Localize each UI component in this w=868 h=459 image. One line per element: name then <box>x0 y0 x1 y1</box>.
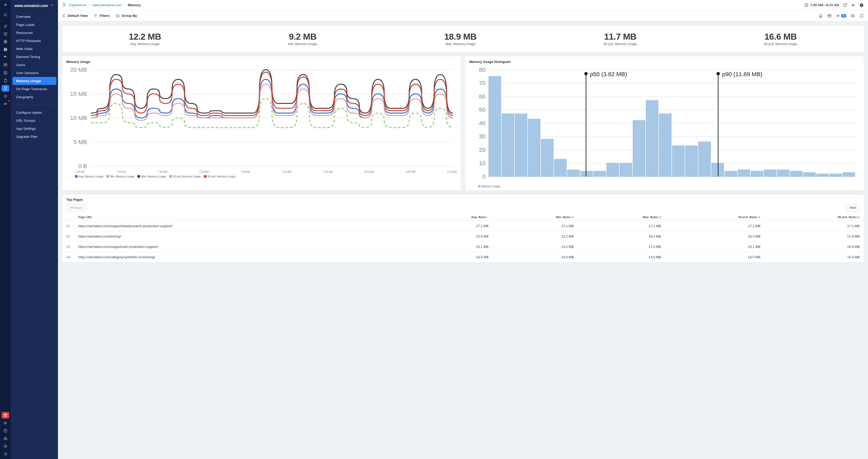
sidebar-item-element-timing[interactable]: Element Timing <box>12 53 56 61</box>
crumb-domain[interactable]: www.sematext.com <box>92 3 121 7</box>
kpi: 16.6 MB90 pctl. Memory Usage <box>764 32 797 46</box>
synthetics-icon[interactable] <box>2 101 9 107</box>
svg-rect-9 <box>4 35 5 35</box>
line-legend: Avg. Memory UsageMin. Memory UsageMax. M… <box>66 173 457 178</box>
archive-icon[interactable] <box>2 62 9 68</box>
line-x-ticks: 7:28 AM7:33 AM7:38 AM7:43 AM7:48 AM7:53 … <box>66 170 457 173</box>
filters-button[interactable]: Filters <box>94 14 110 18</box>
table-row[interactable]: #2https://sematext.com/pricing/15.9 MB13… <box>62 231 864 241</box>
domain-selector[interactable]: www.sematext.com <box>11 1 58 11</box>
svg-text:p50 (3.82 MB): p50 (3.82 MB) <box>590 71 627 78</box>
flag-icon[interactable] <box>2 54 9 61</box>
svg-text:60: 60 <box>479 93 486 100</box>
alert-icon[interactable] <box>2 46 9 53</box>
kpi: 9.2 MBMin. Memory Usage <box>288 32 317 46</box>
sidebar-item-app-settings[interactable]: App Settings <box>12 124 56 133</box>
column-header[interactable]: Page URL <box>74 213 409 221</box>
histogram-card: Memory Usage Histogram 80706050403020100… <box>465 56 864 191</box>
sidebar-item-users[interactable]: Users <box>12 61 56 69</box>
crumb-root[interactable]: Experience <box>69 3 86 7</box>
sidebar-item-geography[interactable]: Geography <box>12 93 56 101</box>
apps-icon[interactable] <box>2 31 9 37</box>
domain-label: www.sematext.com <box>14 4 48 8</box>
sidebar-item-resources[interactable]: Resources <box>12 29 56 37</box>
svg-rect-3 <box>4 32 5 33</box>
net-icon[interactable] <box>2 451 9 457</box>
column-header[interactable]: Max. Bytes⇅ <box>578 213 665 221</box>
help-icon[interactable] <box>2 427 9 434</box>
sidebar-item-web-vitals[interactable]: Web Vitals <box>12 45 56 53</box>
table-row[interactable]: #1https://sematext.com/support/elasticse… <box>62 221 864 231</box>
sidebar-item-user-sessions[interactable]: User Sessions <box>12 69 56 77</box>
column-header[interactable]: Min. Bytes⇅ <box>493 213 578 221</box>
svg-rect-77 <box>646 101 658 177</box>
document-icon[interactable] <box>2 77 9 84</box>
column-header[interactable] <box>62 213 74 221</box>
svg-rect-79 <box>672 146 684 177</box>
column-header[interactable]: 50 pctl. Bytes⇅ <box>665 213 765 221</box>
default-view-button[interactable]: Default View <box>62 14 88 18</box>
logo-icon <box>2 2 9 9</box>
chart-title: Memory Usage Histogram <box>469 60 860 64</box>
svg-point-26 <box>6 437 7 438</box>
gear-icon[interactable] <box>2 443 9 450</box>
svg-rect-14 <box>5 49 5 50</box>
top-pages-title: Top Pages <box>62 195 864 202</box>
globe-icon[interactable] <box>2 38 9 45</box>
sidebar-item-memory-usage[interactable]: Memory Usage <box>12 77 56 85</box>
experience-icon[interactable] <box>2 85 9 92</box>
time-range[interactable]: 7:28 AM—8:15 AM <box>804 3 839 7</box>
svg-point-18 <box>5 88 6 89</box>
column-header[interactable]: Avg. Bytes↓ <box>409 213 493 221</box>
svg-text:5 MB: 5 MB <box>73 139 87 145</box>
svg-rect-6 <box>4 34 5 34</box>
svg-rect-72 <box>581 171 593 177</box>
disconnect-status[interactable]: 0 <box>836 14 846 18</box>
sidebar-item-http-requests[interactable]: HTTP Requests <box>12 37 56 45</box>
bell-icon[interactable] <box>818 13 823 18</box>
kpi-label: 50 pctl. Memory Usage <box>603 42 637 46</box>
group-by-button[interactable]: Group By <box>116 14 137 18</box>
memory-usage-chart-card: Memory Usage 20 MB15 MB10 MB5 MB0 B 7:28… <box>62 56 461 191</box>
search-icon[interactable] <box>2 11 9 18</box>
rocket-icon[interactable] <box>2 23 9 30</box>
svg-rect-68 <box>528 119 540 177</box>
column-header[interactable]: 90 pctl. Bytes⇅ <box>765 213 864 221</box>
previous-button[interactable]: Previous <box>66 204 86 211</box>
svg-rect-82 <box>712 163 724 177</box>
svg-point-94 <box>584 72 588 76</box>
svg-rect-70 <box>554 159 566 177</box>
svg-rect-84 <box>738 170 750 177</box>
svg-text:p90 (11.89 MB): p90 (11.89 MB) <box>722 71 763 78</box>
kpi-value: 18.9 MB <box>444 32 476 42</box>
reports-icon[interactable] <box>2 69 9 76</box>
sidebar-item-on-page-transactio[interactable]: On-Page Transactio <box>12 85 56 93</box>
top-pages-table: Page URLAvg. Bytes↓Min. Bytes⇅Max. Bytes… <box>62 213 864 262</box>
svg-text:15 MB: 15 MB <box>70 91 87 97</box>
sidebar-item-configure-apdex[interactable]: Configure Apdex <box>12 109 56 117</box>
next-button[interactable]: Next <box>846 204 860 211</box>
sidebar-item-upgrade-plan[interactable]: Upgrade Plan <box>12 133 56 141</box>
table-row[interactable]: #4https://sematext.com/category/syntheti… <box>62 252 864 262</box>
help-filled-icon[interactable]: ? <box>859 3 864 7</box>
sidebar-item-page-loads[interactable]: Page Loads <box>12 21 56 29</box>
expand-icon[interactable] <box>859 13 864 18</box>
megaphone-icon[interactable] <box>2 420 9 426</box>
chevron-down-icon <box>50 3 54 8</box>
play-icon[interactable] <box>851 3 856 7</box>
filters-label: Filters <box>100 14 110 18</box>
svg-rect-83 <box>725 171 737 177</box>
agent-icon[interactable] <box>850 13 855 18</box>
default-view-label: Default View <box>68 14 88 18</box>
team-icon[interactable] <box>2 435 9 442</box>
refresh-icon[interactable] <box>843 3 847 7</box>
histo-legend: Memory Usage <box>469 183 860 188</box>
svg-rect-78 <box>659 114 671 176</box>
robot-icon[interactable] <box>2 93 9 99</box>
sidebar-item-overview[interactable]: Overview <box>12 13 56 21</box>
svg-text:40: 40 <box>479 120 486 126</box>
table-row[interactable]: #3https://sematext.com/support/solr-prod… <box>62 241 864 252</box>
gift-icon[interactable] <box>2 412 9 419</box>
mail-icon[interactable] <box>827 13 832 18</box>
sidebar-item-url-groups[interactable]: URL Groups <box>12 117 56 124</box>
